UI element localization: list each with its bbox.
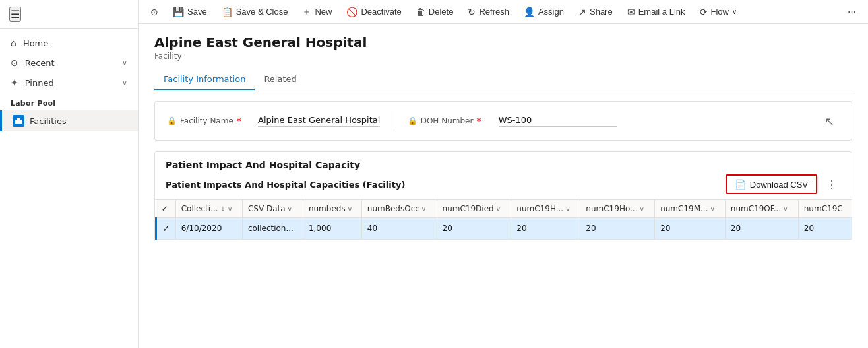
table-more-button[interactable]: ⋮ [822, 175, 841, 193]
download-csv-icon: 📄 [735, 179, 746, 190]
save-close-button[interactable]: 📋 Save & Close [215, 1, 295, 22]
col-check: ✓ [156, 200, 176, 218]
field-divider [394, 111, 394, 131]
table-more-icon: ⋮ [826, 178, 837, 191]
deactivate-label: Deactivate [361, 7, 401, 17]
svg-rect-1 [17, 118, 20, 120]
table-row[interactable]: ✓ 6/10/2020 collection... 1,000 40 [156, 218, 852, 240]
new-button[interactable]: ＋ New [295, 1, 338, 22]
flow-icon: ⟳ [700, 7, 708, 17]
collecti-filter-icon[interactable]: ∨ [228, 205, 232, 213]
sidebar-item-facilities[interactable]: Facilities [0, 110, 138, 131]
numc19ho-filter-icon[interactable]: ∨ [639, 205, 644, 213]
more-options-button[interactable]: ⋯ [841, 1, 863, 22]
doh-number-field: 🔒 DOH Number * WS-100 [408, 115, 621, 127]
csv-filter-icon[interactable]: ∨ [288, 205, 292, 213]
col-numbedsOcc[interactable]: numBedsOcc ∨ [361, 200, 437, 218]
col-numbeds[interactable]: numbeds ∨ [303, 200, 361, 218]
download-csv-label: Download CSV [750, 180, 808, 190]
row-numc19last: 20 [798, 218, 852, 240]
row-check: ✓ [156, 218, 176, 240]
delete-button[interactable]: 🗑 Delete [410, 1, 460, 22]
sub-section-title: Patient Impact And Hospital Capacity [166, 160, 841, 170]
table-header-row: ✓ Collecti... ↓ ∨ CSV Da [156, 200, 852, 218]
email-icon: ✉ [627, 7, 635, 17]
facility-name-value[interactable]: Alpine East General Hospital [258, 115, 380, 127]
save-button[interactable]: 💾 Save [166, 1, 214, 22]
main-area: ⊙ 💾 Save 📋 Save & Close ＋ New 🚫 Deactiva… [139, 0, 868, 348]
form-row: 🔒 Facility Name * Alpine East General Ho… [167, 111, 840, 131]
sidebar-section-label: Labor Pool [0, 92, 138, 110]
deactivate-button[interactable]: 🚫 Deactivate [340, 1, 408, 22]
download-csv-button[interactable]: 📄 Download CSV [726, 174, 817, 194]
svg-rect-0 [15, 120, 22, 124]
new-icon: ＋ [302, 6, 311, 18]
numc19m-filter-icon[interactable]: ∨ [710, 205, 715, 213]
col-numc19died[interactable]: numC19Died ∨ [437, 200, 511, 218]
sub-section-subtitle: Patient Impacts And Hospital Capacities … [166, 180, 405, 190]
sidebar-item-home-label: Home [23, 38, 48, 48]
download-btn-wrapper: 📄 Download CSV ⋮ [726, 174, 841, 194]
sub-section-actions: Patient Impacts And Hospital Capacities … [166, 174, 841, 194]
save-label: Save [187, 7, 207, 17]
row-numc19h: 20 [511, 218, 580, 240]
sidebar: ☰ ⌂ Home ⊙ Recent ∨ ✦ Pinned ∨ Labor Poo… [0, 0, 139, 348]
col-csv-data[interactable]: CSV Data ∨ [242, 200, 303, 218]
sidebar-item-pinned[interactable]: ✦ Pinned ∨ [0, 73, 138, 92]
save-close-label: Save & Close [236, 7, 288, 17]
facility-name-field: 🔒 Facility Name * Alpine East General Ho… [167, 115, 381, 127]
tab-facility-information[interactable]: Facility Information [154, 69, 255, 90]
tab-related[interactable]: Related [255, 69, 305, 90]
assign-button[interactable]: 👤 Assign [517, 1, 571, 22]
numc19of-filter-icon[interactable]: ∨ [783, 205, 788, 213]
col-numc19ho[interactable]: numC19Ho... ∨ [580, 200, 655, 218]
col-numc19last[interactable]: numC19C [798, 200, 852, 218]
row-numbeds: 1,000 [303, 218, 361, 240]
row-numc19m: 20 [655, 218, 726, 240]
recent-icon: ⊙ [11, 57, 18, 68]
data-table: ✓ Collecti... ↓ ∨ CSV Da [155, 200, 852, 240]
flow-label: Flow [711, 7, 729, 17]
cursor-indicator: ↖ [824, 114, 834, 128]
row-numbedsOcc: 40 [361, 218, 437, 240]
share-icon: ↗ [578, 7, 586, 17]
assign-label: Assign [538, 7, 564, 17]
refresh-button[interactable]: ↻ Refresh [461, 1, 516, 22]
row-numc19ho: 20 [580, 218, 655, 240]
col-numc19h[interactable]: numC19H... ∨ [511, 200, 580, 218]
facilities-icon-box [13, 115, 24, 127]
sub-section-header: Patient Impact And Hospital Capacity Pat… [155, 152, 852, 200]
numbedsOcc-filter-icon[interactable]: ∨ [421, 205, 426, 213]
lock-icon: 🔒 [167, 116, 177, 125]
email-link-button[interactable]: ✉ Email a Link [621, 1, 692, 22]
refresh-label: Refresh [479, 7, 509, 17]
numbeds-filter-icon[interactable]: ∨ [348, 205, 352, 213]
hamburger-menu-button[interactable]: ☰ [9, 7, 21, 22]
col-numc19m[interactable]: numC19M... ∨ [655, 200, 726, 218]
facility-name-label: 🔒 Facility Name * [167, 116, 253, 126]
delete-label: Delete [429, 7, 454, 17]
sidebar-item-home[interactable]: ⌂ Home [0, 33, 138, 53]
doh-number-value[interactable]: WS-100 [499, 115, 617, 127]
save-close-icon: 📋 [222, 7, 233, 17]
flow-button[interactable]: ⟳ Flow ∨ [693, 1, 743, 22]
doh-required-asterisk: * [476, 116, 481, 126]
sidebar-item-facilities-label: Facilities [30, 116, 67, 126]
row-csv-data: collection... [242, 218, 303, 240]
recent-expand-icon: ∨ [122, 59, 127, 67]
check-header-icon: ✓ [162, 204, 168, 213]
row-numc19died: 20 [437, 218, 511, 240]
page-subtitle: Facility [154, 52, 852, 61]
sidebar-header: ☰ [0, 0, 138, 29]
col-collecti[interactable]: Collecti... ↓ ∨ [175, 200, 242, 218]
history-button[interactable]: ⊙ [144, 1, 165, 22]
numc19h-filter-icon[interactable]: ∨ [565, 205, 570, 213]
numc19died-filter-icon[interactable]: ∨ [496, 205, 501, 213]
delete-icon: 🗑 [416, 7, 425, 17]
sidebar-item-recent[interactable]: ⊙ Recent ∨ [0, 53, 138, 73]
col-numc19of[interactable]: numC19OF... ∨ [725, 200, 798, 218]
sidebar-item-recent-label: Recent [25, 58, 55, 68]
share-button[interactable]: ↗ Share [572, 1, 619, 22]
form-section: 🔒 Facility Name * Alpine East General Ho… [154, 101, 852, 141]
page-title: Alpine East General Hospital [154, 34, 852, 50]
